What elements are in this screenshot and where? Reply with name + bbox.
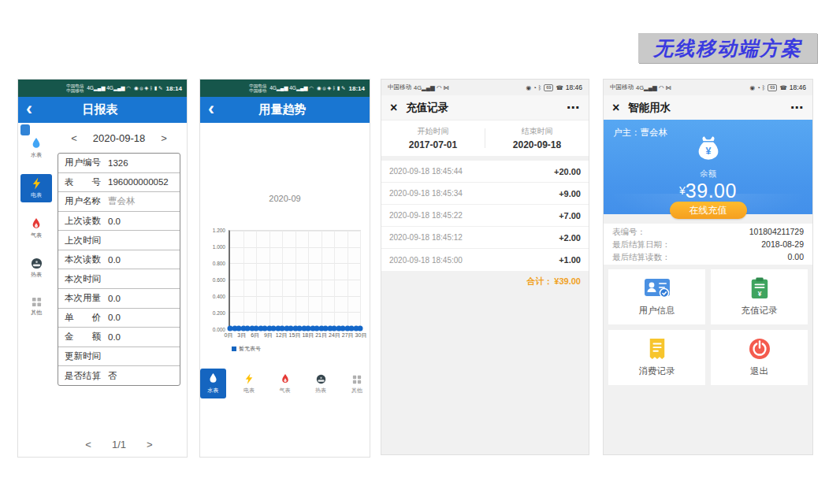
money-bag-icon: ¥ [693,134,723,167]
status-icons: ◉ Ⓝ ◈ ᛒ ▮ ✎ [317,85,346,91]
clock-text: 18:14 [349,85,365,92]
tab-water[interactable]: 水表 [200,369,226,398]
start-date-picker[interactable]: 开始时间 2017-07-01 [381,120,485,156]
pagination: < 1/1 > [58,439,180,450]
water-drop-icon [208,372,218,384]
feature-label: 用户信息 [639,305,675,317]
bag-currency-glyph: ¥ [705,146,711,157]
heat-meter-icon [316,374,326,384]
sidebar-item-gas[interactable]: 气表 [20,214,52,243]
record-time: 2020-09-18 18:45:12 [389,233,463,242]
record-time: 2020-09-18 18:45:34 [389,189,463,198]
trend-body: 2020-09 0.0000.2000.4000.6000.8001.0001.… [200,123,370,458]
tab-other[interactable]: 其他 [344,371,370,398]
record-amount: +20.00 [554,167,581,176]
page-title: 用量趋势 [214,102,351,117]
carrier-label: 中国移动 [388,83,411,91]
sidebar-item-electric[interactable]: 电表 [20,174,52,202]
x-tick-label: 30日 [355,332,367,339]
tab-gas[interactable]: 气表 [272,369,298,398]
tab-electric[interactable]: 电表 [236,369,262,398]
tab-label: 气表 [280,387,291,395]
close-icon[interactable]: × [390,102,397,114]
x-tick-label: 18日 [302,332,314,339]
recharge-record-button[interactable]: ¥ 充值记录 [711,269,808,324]
record-time: 2020-09-18 18:45:22 [389,211,463,220]
clock-text: 18:46 [566,83,582,91]
balance-value: ¥39.00 [604,180,812,202]
balance-banner: 户主：曹会林 ¥ 余额 ¥39.00 [604,120,812,214]
back-icon[interactable]: ‹ [208,101,214,117]
x-tick-label: 0日 [225,332,233,339]
date-filter-bar: 开始时间 2017-07-01 结束时间 2020-09-18 [381,120,589,156]
meter-info-card: 表编号： 101804211729 最后结算日期： 2018-08-29 最后结… [604,224,812,265]
status-bar: 中国移动 4G▂▄▆ ◠ ⋈ ◉ ◔ ᛒ 69 ☎ 18:46 [604,80,812,95]
next-date-button[interactable]: > [161,132,167,144]
prev-page-button[interactable]: < [85,439,91,450]
water-drop-icon [31,137,42,150]
v-gridline [322,231,322,328]
back-icon[interactable]: ‹ [26,101,32,117]
next-page-button[interactable]: > [147,439,153,450]
consumption-record-button[interactable]: 消费记录 [608,330,705,385]
record-time: 2020-09-18 18:45:00 [389,256,463,265]
status-bar: 中国移动 4G▂▄▆ ◠ ⋈ ◉ ◔ ᛒ 69 ☎ 18:46 [381,80,589,95]
tab-heat[interactable]: 热表 [308,370,334,398]
v-gridline [360,231,361,328]
record-row: 2020-09-18 18:45:44+20.00 [381,161,589,183]
chart-legend: 暂无表号 [232,345,261,353]
form-row: 上次时间 [58,231,180,250]
user-info-button[interactable]: 用户信息 [608,269,705,324]
v-gridline [308,231,309,328]
exit-button[interactable]: 退出 [711,330,808,385]
info-row: 最后结算日期： 2018-08-29 [612,239,804,250]
more-icon[interactable]: ⋯ [567,100,580,115]
sidebar-item-other[interactable]: 其他 [20,294,52,320]
carrier-labels: 中国电信 中国移动 [249,83,266,94]
form-row-value: 0.0 [108,332,121,342]
data-point [358,326,363,332]
x-tick-label: 27日 [342,332,354,339]
grid-icon [352,375,362,384]
recharge-record-icon: ¥ [749,277,770,299]
sidebar-item-water[interactable]: 水表 [20,134,52,162]
y-tick-label: 0.800 [213,261,225,266]
record-row: 2020-09-18 18:45:00+1.00 [381,249,589,271]
flame-icon [31,217,42,230]
form-row-value: 0.0 [108,255,121,265]
status-bar: 中国电信 中国移动 4G▂▄▆ 4G▂▄▆ ◠ ◉ Ⓝ ◈ ᛒ ▮ ✎ 18:1… [18,80,187,97]
app-header: ‹ 日报表 [18,97,187,123]
end-date-value: 2020-09-18 [513,139,561,150]
x-tick-label: 6日 [251,332,259,339]
form-row: 用户名称曹会林 [58,192,180,212]
close-icon[interactable]: × [612,102,619,114]
usage-chart-xaxis: 0日3日6日9日12日15日18日21日24日27日30日 [229,332,361,340]
record-row: 2020-09-18 18:45:34+9.00 [381,183,589,205]
clock-text: 18:46 [790,83,806,91]
app-header: × 充值记录 ⋯ [381,95,589,120]
x-tick-label: 12日 [276,332,288,339]
phone-icon: ☎ [556,84,563,91]
more-icon[interactable]: ⋯ [790,100,804,115]
form-row-label: 上次时间 [65,235,101,246]
page-title: 充值记录 [406,101,448,115]
recharge-record-list: 2020-09-18 18:45:44+20.002020-09-18 18:4… [381,161,589,271]
form-row: 上次读数0.0 [58,212,180,232]
y-tick-label: 0.600 [213,277,225,283]
legend-swatch [232,346,236,351]
float-handle[interactable] [20,124,30,135]
owner-name: 户主：曹会林 [613,127,667,139]
online-recharge-button[interactable]: 在线充值 [670,202,747,219]
info-row: 表编号： 101804211729 [612,226,804,238]
carrier-labels: 中国电信 中国移动 [66,83,84,94]
sidebar-item-heat[interactable]: 热表 [20,254,52,282]
usage-chart-plot [229,230,361,329]
page-indicator: 1/1 [112,439,126,450]
prev-date-button[interactable]: < [71,132,77,144]
form-row-label: 表 号 [65,176,101,188]
info-label: 表编号： [612,226,645,238]
phone-icon: ☎ [779,84,786,91]
start-date-value: 2017-07-01 [409,139,457,150]
end-date-picker[interactable]: 结束时间 2020-09-18 [485,120,589,156]
info-row: 最后结算读数： 0.00 [612,251,804,263]
